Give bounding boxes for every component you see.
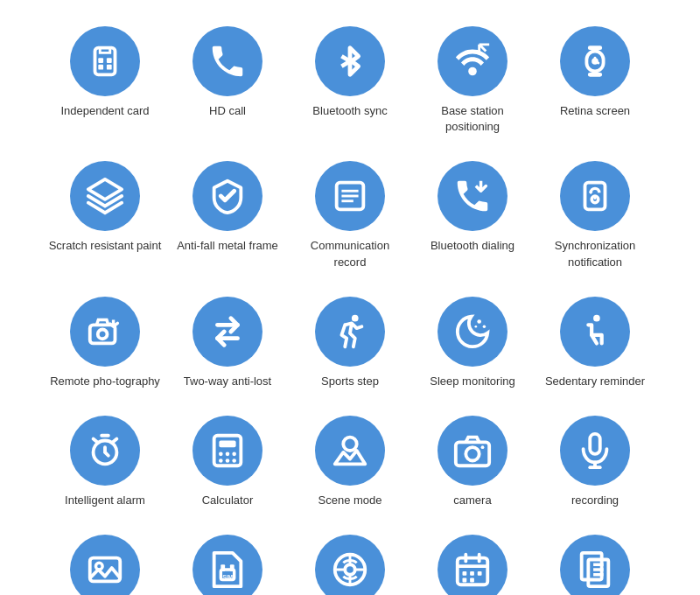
feature-item-sync-notification: Synchronization notification <box>534 152 656 278</box>
sim-card-icon: SIM <box>192 535 262 595</box>
svg-rect-3 <box>98 65 103 70</box>
feature-item-bluetooth-dialing: Bluetooth dialing <box>411 152 534 278</box>
scene-mode-icon <box>315 416 385 486</box>
svg-point-26 <box>232 452 236 456</box>
recording-label: recording <box>571 493 619 508</box>
scene-mode-label: Scene mode <box>318 493 382 508</box>
camera-label: camera <box>453 493 491 508</box>
retina-screen-icon <box>560 26 630 96</box>
bluetooth-sync-label: Bluetooth sync <box>312 103 387 119</box>
svg-rect-51 <box>478 571 482 576</box>
bluetooth-sync-icon <box>315 26 385 96</box>
bluetooth-dialing-icon <box>438 161 508 231</box>
play-music-icon <box>315 535 385 595</box>
feature-item-bluetooth-sync: Bluetooth sync <box>289 18 411 144</box>
feature-item-base-station: Base station positioning <box>411 18 534 144</box>
remote-photo-icon <box>70 297 140 367</box>
svg-rect-34 <box>590 434 600 454</box>
svg-point-5 <box>468 67 477 76</box>
feature-item-sedentary-reminder: Sedentary reminder <box>534 288 656 398</box>
album-icon <box>70 535 140 595</box>
svg-point-29 <box>232 458 236 463</box>
feature-item-sports-step: Sports step <box>289 288 411 398</box>
feature-item-calculator: Calculator <box>166 407 289 517</box>
feature-item-document: Document management <box>534 526 656 595</box>
svg-point-20 <box>593 315 600 322</box>
svg-rect-1 <box>98 58 103 63</box>
svg-point-32 <box>466 447 479 460</box>
independent-card-label: Independent card <box>60 103 149 119</box>
feature-item-sim-card: SIMSIM card application <box>166 526 289 595</box>
intelligent-alarm-label: Intelligent alarm <box>65 493 145 508</box>
svg-rect-23 <box>219 440 235 447</box>
feature-item-scratch-resistant: Scratch resistant paint <box>44 152 166 278</box>
features-grid: Independent cardHD callBluetooth syncBas… <box>18 0 682 595</box>
feature-item-intelligent-alarm: Intelligent alarm <box>44 407 166 517</box>
svg-rect-4 <box>107 65 112 70</box>
document-icon <box>560 535 630 595</box>
feature-item-sleep-monitoring: Sleep monitoring <box>411 288 534 398</box>
svg-point-30 <box>343 438 356 451</box>
recording-icon <box>560 416 630 486</box>
scratch-resistant-label: Scratch resistant paint <box>49 238 162 254</box>
anti-fall-icon <box>192 161 262 231</box>
feature-item-recording: recording <box>534 407 656 517</box>
sedentary-reminder-label: Sedentary reminder <box>545 374 645 389</box>
bluetooth-dialing-label: Bluetooth dialing <box>430 238 514 254</box>
communication-record-label: Communication record <box>293 238 407 270</box>
feature-item-hd-call: HD call <box>166 18 289 144</box>
anti-fall-label: Anti-fall metal frame <box>177 238 278 254</box>
feature-item-retina-screen: Retina screen <box>534 18 656 144</box>
svg-point-27 <box>219 458 223 463</box>
feature-item-scene-mode: Scene mode <box>289 407 411 517</box>
svg-rect-49 <box>463 571 467 576</box>
svg-point-25 <box>226 452 230 456</box>
svg-point-16 <box>352 315 359 322</box>
svg-point-17 <box>477 319 481 324</box>
svg-point-33 <box>481 445 485 449</box>
feature-item-calendar: calendar <box>411 526 534 595</box>
svg-point-28 <box>226 458 230 463</box>
sedentary-reminder-icon <box>560 297 630 367</box>
calculator-label: Calculator <box>202 493 254 508</box>
sync-notification-icon <box>560 161 630 231</box>
svg-rect-53 <box>470 578 474 583</box>
hd-call-icon <box>192 26 262 96</box>
feature-item-remote-photo: Remote pho-tography <box>44 288 166 398</box>
svg-rect-40 <box>220 564 225 571</box>
sleep-monitoring-label: Sleep monitoring <box>430 374 515 389</box>
feature-item-independent-card: Independent card <box>44 18 166 144</box>
svg-point-15 <box>98 329 108 339</box>
sleep-monitoring-icon <box>438 297 508 367</box>
communication-record-icon <box>315 161 385 231</box>
camera-icon <box>438 416 508 486</box>
svg-rect-41 <box>230 564 234 571</box>
svg-rect-52 <box>463 578 467 583</box>
scratch-resistant-icon <box>70 161 140 231</box>
sync-notification-label: Synchronization notification <box>538 238 652 270</box>
svg-point-44 <box>345 564 355 575</box>
feature-item-anti-fall: Anti-fall metal frame <box>166 152 289 278</box>
base-station-icon <box>438 26 508 96</box>
intelligent-alarm-icon <box>70 416 140 486</box>
hd-call-label: HD call <box>209 103 246 119</box>
feature-item-album: Album <box>44 526 166 595</box>
svg-point-19 <box>474 326 477 328</box>
svg-rect-2 <box>107 58 112 63</box>
feature-item-camera: camera <box>411 407 534 517</box>
independent-card-icon <box>70 26 140 96</box>
calculator-icon <box>192 416 262 486</box>
feature-item-two-way: Two-way anti-lost <box>166 288 289 398</box>
svg-text:SIM: SIM <box>222 574 233 580</box>
svg-rect-50 <box>470 571 474 576</box>
retina-screen-label: Retina screen <box>560 103 630 119</box>
base-station-label: Base station positioning <box>416 103 529 135</box>
calendar-icon <box>438 535 508 595</box>
remote-photo-label: Remote pho-tography <box>50 374 160 389</box>
two-way-icon <box>192 297 262 367</box>
sports-step-label: Sports step <box>321 374 379 389</box>
svg-point-18 <box>483 325 486 327</box>
two-way-label: Two-way anti-lost <box>184 374 271 389</box>
svg-point-24 <box>219 452 223 456</box>
sports-step-icon <box>315 297 385 367</box>
